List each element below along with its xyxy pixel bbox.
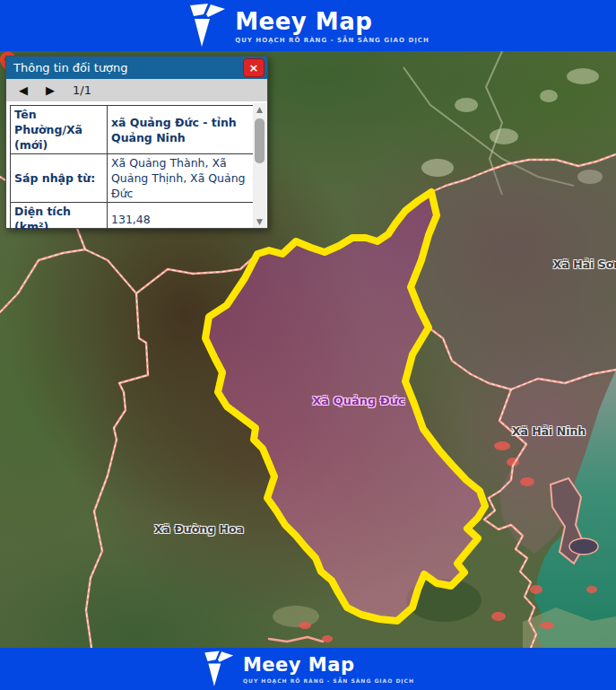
popup-pager-bar: ◀ ▶ 1/1 — [6, 79, 267, 101]
popup-body: Tên Phường/Xã (mới) xã Quảng Đức - tỉnh … — [6, 101, 267, 230]
app-header: Meey Map QUY HOẠCH RÕ RÀNG - SẴN SÀNG GI… — [0, 0, 616, 51]
brand-tagline: QUY HOẠCH RÕ RÀNG - SẴN SÀNG GIAO DỊCH — [243, 677, 414, 684]
row-value: 131,48 — [108, 203, 256, 231]
table-row: Sáp nhập từ: Xã Quảng Thành, Xã Quảng Th… — [11, 154, 256, 203]
popup-title-bar[interactable]: Thông tin đối tượng × — [6, 57, 267, 79]
map-label-quang-duc: Xã Quảng Đức — [312, 394, 404, 407]
brand-tagline: QUY HOẠCH RÕ RÀNG - SẴN SÀNG GIAO DỊCH — [235, 37, 429, 44]
map-label-hai-ninh: Xã Hải Ninh — [512, 424, 586, 438]
brand-name: Meey Map — [235, 8, 429, 35]
popup-scrollbar[interactable]: ▲ ▼ — [253, 103, 266, 228]
map-label-duong-hoa: Xã Đường Hoa — [154, 522, 244, 536]
meeymap-logo-icon — [202, 651, 234, 688]
close-icon[interactable]: × — [243, 58, 265, 77]
table-row: Tên Phường/Xã (mới) xã Quảng Đức - tỉnh … — [11, 106, 256, 154]
popup-title: Thông tin đối tượng — [13, 61, 128, 74]
row-value: xã Quảng Đức - tỉnh Quảng Ninh — [108, 106, 256, 154]
table-row: Diện tích (km²) 131,48 — [11, 203, 256, 231]
row-label: Sáp nhập từ: — [11, 154, 108, 203]
brand-name: Meey Map — [243, 654, 414, 676]
prev-arrow-icon[interactable]: ◀ — [10, 83, 37, 97]
info-popup: Thông tin đối tượng × ◀ ▶ 1/1 Tên Phường… — [5, 56, 268, 229]
row-label: Diện tích (km²) — [11, 203, 108, 231]
row-value: Xã Quảng Thành, Xã Quảng Thịnh, Xã Quảng… — [108, 154, 256, 203]
scroll-up-icon[interactable]: ▲ — [253, 103, 266, 116]
pager-count: 1/1 — [73, 83, 91, 97]
map-canvas[interactable]: Xã Hải Sơn Xã Hải Ninh Xã Đường Hoa Xã Q… — [0, 51, 616, 648]
brand-lockup[interactable]: Meey Map QUY HOẠCH RÕ RÀNG - SẴN SÀNG GI… — [187, 4, 429, 48]
island — [569, 538, 598, 555]
scrollbar-thumb[interactable] — [255, 118, 265, 163]
tint-hai-son — [411, 154, 616, 389]
brand-lockup-footer[interactable]: Meey Map QUY HOẠCH RÕ RÀNG - SẴN SÀNG GI… — [202, 651, 414, 688]
next-arrow-icon[interactable]: ▶ — [37, 83, 64, 97]
map-label-hai-son: Xã Hải Sơn — [553, 258, 616, 271]
attribute-table: Tên Phường/Xã (mới) xã Quảng Đức - tỉnh … — [10, 105, 256, 230]
app-footer: Meey Map QUY HOẠCH RÕ RÀNG - SẴN SÀNG GI… — [0, 648, 616, 690]
row-label: Tên Phường/Xã (mới) — [11, 106, 108, 154]
meeymap-logo-icon — [187, 4, 226, 48]
scroll-down-icon[interactable]: ▼ — [253, 215, 266, 228]
